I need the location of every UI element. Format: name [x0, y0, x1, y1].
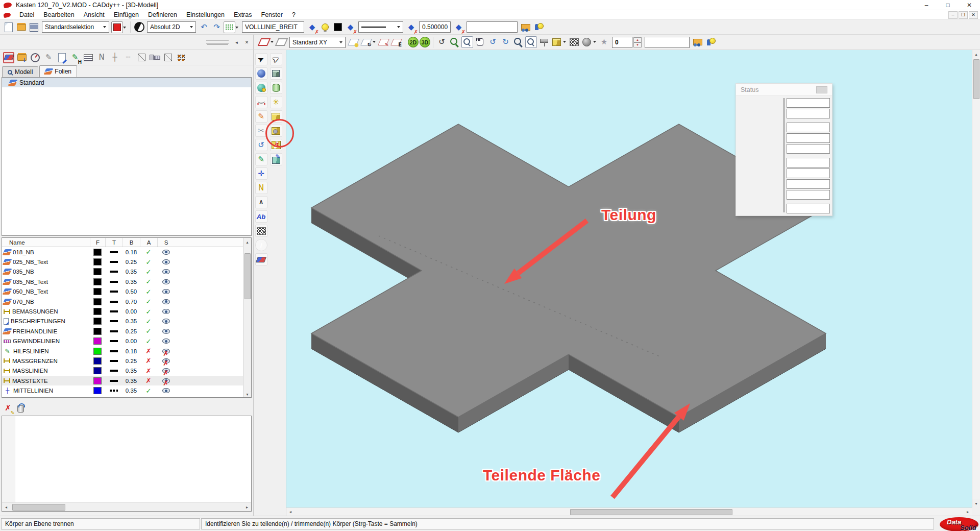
- light-pen-icon[interactable]: [319, 21, 331, 33]
- viewport-vscrollbar[interactable]: ▴ ▾: [972, 50, 980, 508]
- viewport-hscrollbar[interactable]: ◂ ▸: [286, 508, 972, 516]
- layer-color-swatch[interactable]: [93, 298, 102, 305]
- layer-width[interactable]: 0.35: [122, 269, 140, 275]
- layer-linetype[interactable]: [110, 310, 118, 312]
- hatch-tool[interactable]: [255, 225, 267, 237]
- layer-width[interactable]: 0.70: [122, 299, 140, 305]
- layer-width[interactable]: 0.35: [122, 279, 140, 285]
- active-check-icon[interactable]: ✓: [140, 327, 157, 335]
- layer-width[interactable]: 0.18: [122, 348, 140, 354]
- cursor-3d-tool[interactable]: ➤: [270, 53, 282, 65]
- isobox-icon[interactable]: [162, 52, 174, 63]
- cylinder-tool[interactable]: [270, 82, 282, 94]
- layer-color-swatch[interactable]: [93, 367, 102, 374]
- view-2d-button[interactable]: 2D: [408, 37, 419, 47]
- visible-eye-icon[interactable]: [162, 279, 170, 284]
- scroll-thumb[interactable]: [973, 59, 979, 99]
- layer-color-swatch[interactable]: [93, 268, 102, 275]
- child-minimize-button[interactable]: –: [948, 11, 958, 19]
- layer-width[interactable]: 0.35: [122, 318, 140, 324]
- tab-folien[interactable]: Folien: [39, 65, 77, 77]
- col-f[interactable]: F: [90, 238, 105, 247]
- rotate-ccw-icon[interactable]: ↺: [487, 36, 499, 48]
- hatch-lines-icon[interactable]: [83, 52, 94, 63]
- layer-linetype[interactable]: [110, 340, 118, 342]
- favorite-icon[interactable]: ★: [598, 36, 610, 48]
- edit-sheet-icon[interactable]: [56, 52, 67, 63]
- save-file-icon[interactable]: [28, 21, 40, 33]
- layer-linetype[interactable]: [110, 261, 118, 263]
- layer-color-swatch[interactable]: [93, 288, 102, 295]
- maximize-button[interactable]: □: [937, 0, 959, 10]
- layer-color-swatch[interactable]: [93, 377, 102, 384]
- document-system-menu-icon[interactable]: [3, 12, 11, 18]
- col-b[interactable]: B: [122, 238, 140, 247]
- menu-bearbeiten[interactable]: Bearbeiten: [39, 10, 79, 19]
- tree-item-standard[interactable]: Standard: [2, 78, 251, 87]
- layer-row-hilfslinien[interactable]: ✎HILFSLINIEN0.18✗✗: [2, 346, 251, 356]
- col-a[interactable]: A: [140, 238, 157, 247]
- delete-entries-icon[interactable]: ✗✎: [2, 402, 14, 414]
- undo-icon[interactable]: ↶: [198, 21, 210, 33]
- layer-color-swatch[interactable]: [93, 337, 102, 345]
- redo-icon[interactable]: ↷: [211, 21, 223, 33]
- layer-linetype[interactable]: [110, 320, 118, 322]
- scroll-down-icon[interactable]: ▾: [243, 390, 252, 398]
- active-check-icon[interactable]: ✓: [140, 248, 157, 256]
- select-tool[interactable]: ➤: [255, 53, 267, 65]
- menu-einfgen[interactable]: Einfügen: [109, 10, 143, 19]
- plane-edit-icon[interactable]: E: [390, 36, 402, 48]
- layer-row-masstexte[interactable]: MASSTEXTE0.35✗✗: [2, 376, 251, 385]
- text-tool[interactable]: Ab: [255, 210, 267, 223]
- close-panel-button[interactable]: ✕: [243, 38, 251, 46]
- layer-row-050_nb_text[interactable]: 050_NB_Text0.50✓: [2, 287, 251, 297]
- active-check-icon[interactable]: ✓: [140, 308, 157, 316]
- pencil-orange-tool[interactable]: ✎: [255, 110, 267, 123]
- apply-color-icon[interactable]: ◆✗: [345, 21, 356, 33]
- layer-width[interactable]: 0.50: [122, 288, 140, 295]
- linestyle-combo[interactable]: [358, 21, 403, 33]
- group-folder-icon[interactable]: [692, 36, 703, 48]
- zoom-sheet-icon[interactable]: [525, 36, 537, 48]
- layer-table-scrollbar[interactable]: ▴ ▾: [243, 238, 251, 398]
- active-check-icon[interactable]: ✓: [140, 258, 157, 266]
- orbit-rotate-icon[interactable]: ↺: [436, 36, 448, 48]
- active-check-icon[interactable]: ✓: [140, 288, 157, 296]
- child-close-button[interactable]: ✕: [969, 11, 978, 19]
- axis-tool[interactable]: ✳: [270, 96, 282, 108]
- minimize-button[interactable]: –: [916, 0, 937, 10]
- menu-extras[interactable]: Extras: [229, 10, 256, 19]
- inactive-cross-icon[interactable]: ✗: [140, 357, 157, 365]
- helper-pen-icon[interactable]: ✎H: [69, 52, 81, 63]
- visible-eye-icon[interactable]: [162, 269, 170, 274]
- plane-light-icon[interactable]: ●: [348, 36, 359, 48]
- layer-linetype[interactable]: [110, 350, 118, 352]
- point-tool[interactable]: ✛: [255, 167, 267, 180]
- listbox-hscrollbar[interactable]: ◂ ▸: [2, 502, 251, 511]
- layer-color-swatch[interactable]: [93, 357, 102, 365]
- layer-row-massgrenzen[interactable]: MASSGRENZEN0.25✗✗: [2, 356, 251, 366]
- polyline-tool[interactable]: N: [255, 182, 267, 194]
- layer-width[interactable]: 0.00: [122, 308, 140, 315]
- layer-row-035_nb[interactable]: 035_NB0.35✓: [2, 267, 251, 277]
- purge-bucket-icon[interactable]: [15, 402, 27, 414]
- render-mode-button[interactable]: [551, 36, 562, 48]
- spinner-up-icon[interactable]: ▴: [633, 37, 642, 42]
- layer-row-freihandlinie[interactable]: FREIHANDLINIE0.25✓: [2, 326, 251, 336]
- assistant-bulb-icon[interactable]: [532, 21, 544, 33]
- layer-row-beschriftungen[interactable]: BESCHRIFTUNGEN0.35✓: [2, 317, 251, 326]
- layer-linetype[interactable]: [110, 271, 118, 273]
- layer-color-swatch[interactable]: [93, 318, 102, 325]
- sphere-tool[interactable]: [255, 67, 267, 80]
- active-check-icon[interactable]: ✓: [140, 268, 157, 276]
- visible-eye-icon[interactable]: [162, 250, 170, 255]
- col-s[interactable]: S: [157, 238, 175, 247]
- raster-grid-button[interactable]: [224, 21, 235, 33]
- sphere-edit-tool[interactable]: [255, 82, 267, 94]
- visible-eye-icon[interactable]: [162, 388, 170, 393]
- centerline-cross-icon[interactable]: ┼: [109, 52, 120, 63]
- draw-pencil-icon[interactable]: ✎: [43, 52, 54, 63]
- scroll-right-icon[interactable]: ▸: [964, 508, 972, 516]
- aperture-icon[interactable]: [133, 21, 145, 33]
- pen-color-swatch[interactable]: [332, 21, 344, 33]
